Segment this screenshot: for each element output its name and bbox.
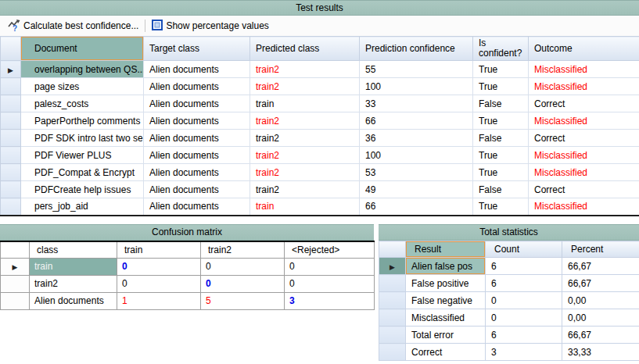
cell-outcome[interactable]: Misclassified — [529, 78, 639, 95]
cell-is-confident[interactable]: False — [473, 130, 529, 147]
cell-prediction-confidence[interactable]: 55 — [360, 61, 473, 78]
cell-document[interactable]: PaperPorthelp comments — [21, 112, 144, 130]
cell-target-class[interactable]: Alien documents — [144, 147, 250, 164]
cell-predicted-class[interactable]: train — [250, 198, 360, 216]
cell-prediction-confidence[interactable]: 66 — [360, 198, 473, 216]
cell-predicted-class[interactable]: train2 — [250, 78, 360, 95]
ts-cell-percent[interactable]: 33,33 — [562, 344, 639, 361]
cm-cell-rejected[interactable]: 0 — [285, 258, 375, 275]
cell-predicted-class[interactable]: train2 — [250, 181, 360, 198]
cell-document[interactable]: palesz_costs — [21, 95, 144, 112]
column-header-target-class[interactable]: Target class — [144, 37, 250, 61]
cell-outcome[interactable]: Misclassified — [529, 61, 639, 78]
row-marker[interactable] — [379, 344, 406, 361]
ts-cell-percent[interactable]: 66,67 — [562, 327, 639, 344]
cm-column-header-class[interactable]: class — [30, 241, 117, 258]
column-header-prediction-confidence[interactable]: Prediction confidence — [360, 37, 473, 61]
cell-outcome[interactable]: Misclassified — [529, 164, 639, 181]
row-marker[interactable] — [1, 78, 21, 95]
ts-cell-result[interactable]: Correct — [406, 344, 486, 361]
column-header-document[interactable]: Document — [21, 37, 144, 61]
cell-outcome[interactable]: Correct — [529, 181, 639, 198]
select-all-corner-icon[interactable] — [1, 37, 21, 61]
ts-column-header-result[interactable]: Result — [406, 241, 486, 258]
cell-target-class[interactable]: Alien documents — [144, 95, 250, 112]
cell-target-class[interactable]: Alien documents — [144, 164, 250, 181]
cell-outcome[interactable]: Misclassified — [529, 198, 639, 216]
ts-cell-result[interactable]: Misclassified — [406, 309, 486, 327]
row-marker[interactable] — [1, 95, 21, 112]
ts-cell-percent[interactable]: 66,67 — [562, 275, 639, 292]
cell-prediction-confidence[interactable]: 100 — [360, 147, 473, 164]
cell-prediction-confidence[interactable]: 53 — [360, 164, 473, 181]
cell-document[interactable]: PDF SDK intro last two se... — [21, 130, 144, 147]
cm-cell-train[interactable]: 0 — [117, 258, 201, 275]
column-header-predicted-class[interactable]: Predicted class — [250, 37, 360, 61]
cell-predicted-class[interactable]: train — [250, 95, 360, 112]
row-marker[interactable]: ▶ — [1, 258, 30, 275]
cm-corner-cell[interactable] — [1, 241, 30, 258]
ts-cell-percent[interactable]: 66,67 — [562, 258, 639, 275]
cell-predicted-class[interactable]: train2 — [250, 112, 360, 130]
cell-predicted-class[interactable]: train2 — [250, 130, 360, 147]
cell-is-confident[interactable]: True — [473, 61, 529, 78]
row-marker[interactable]: ▶ — [1, 61, 21, 78]
row-marker[interactable] — [1, 130, 21, 147]
cell-target-class[interactable]: Alien documents — [144, 112, 250, 130]
ts-cell-count[interactable]: 0 — [486, 292, 562, 309]
cell-document[interactable]: PDF_Compat & Encrypt — [21, 164, 144, 181]
ts-cell-result[interactable]: False negative — [406, 292, 486, 309]
row-marker[interactable] — [379, 327, 406, 344]
ts-cell-count[interactable]: 6 — [486, 258, 562, 275]
cm-cell-train2[interactable]: 0 — [201, 258, 285, 275]
calculate-best-confidence-button[interactable]: ? Calculate best confidence... — [4, 17, 142, 35]
cm-column-header-train[interactable]: train — [117, 241, 201, 258]
row-marker[interactable] — [1, 198, 21, 216]
cell-document[interactable]: PDF Viewer PLUS — [21, 147, 144, 164]
cm-cell-class[interactable]: train2 — [30, 275, 117, 292]
cm-column-header-train2[interactable]: train2 — [201, 241, 285, 258]
ts-cell-count[interactable]: 3 — [486, 344, 562, 361]
cell-outcome[interactable]: Misclassified — [529, 147, 639, 164]
cell-is-confident[interactable]: True — [473, 112, 529, 130]
cell-is-confident[interactable]: True — [473, 198, 529, 216]
ts-cell-count[interactable]: 6 — [486, 275, 562, 292]
row-marker[interactable] — [1, 147, 21, 164]
row-marker[interactable] — [379, 292, 406, 309]
ts-cell-percent[interactable]: 0,00 — [562, 292, 639, 309]
row-marker[interactable] — [1, 164, 21, 181]
ts-column-header-percent[interactable]: Percent — [562, 241, 639, 258]
cell-is-confident[interactable]: True — [473, 78, 529, 95]
cell-prediction-confidence[interactable]: 49 — [360, 181, 473, 198]
ts-column-header-count[interactable]: Count — [486, 241, 562, 258]
cell-predicted-class[interactable]: train2 — [250, 147, 360, 164]
show-percentage-values-button[interactable]: Show percentage values — [148, 18, 272, 34]
cm-cell-class[interactable]: train — [30, 258, 117, 275]
cell-is-confident[interactable]: True — [473, 164, 529, 181]
row-marker[interactable] — [1, 292, 30, 309]
cell-prediction-confidence[interactable]: 33 — [360, 95, 473, 112]
cm-cell-rejected[interactable]: 3 — [285, 292, 375, 309]
cell-is-confident[interactable]: True — [473, 147, 529, 164]
cell-is-confident[interactable]: False — [473, 181, 529, 198]
cm-cell-train2[interactable]: 0 — [201, 275, 285, 292]
row-marker[interactable] — [1, 112, 21, 130]
cm-cell-train[interactable]: 0 — [117, 275, 201, 292]
cell-target-class[interactable]: Alien documents — [144, 130, 250, 147]
cell-target-class[interactable]: Alien documents — [144, 181, 250, 198]
cm-cell-train[interactable]: 1 — [117, 292, 201, 309]
row-marker[interactable] — [379, 275, 406, 292]
cm-cell-train2[interactable]: 5 — [201, 292, 285, 309]
cell-is-confident[interactable]: False — [473, 95, 529, 112]
cell-prediction-confidence[interactable]: 100 — [360, 78, 473, 95]
ts-cell-result[interactable]: False positive — [406, 275, 486, 292]
ts-cell-count[interactable]: 0 — [486, 309, 562, 327]
cm-column-header-rejected[interactable]: <Rejected> — [285, 241, 375, 258]
row-marker[interactable] — [379, 309, 406, 327]
cell-outcome[interactable]: Correct — [529, 95, 639, 112]
column-header-is-confident[interactable]: Is confident? — [473, 37, 529, 61]
cell-document[interactable]: overlapping between QS... — [21, 61, 144, 78]
cell-predicted-class[interactable]: train2 — [250, 61, 360, 78]
cm-cell-rejected[interactable]: 0 — [285, 275, 375, 292]
row-marker[interactable] — [1, 181, 21, 198]
